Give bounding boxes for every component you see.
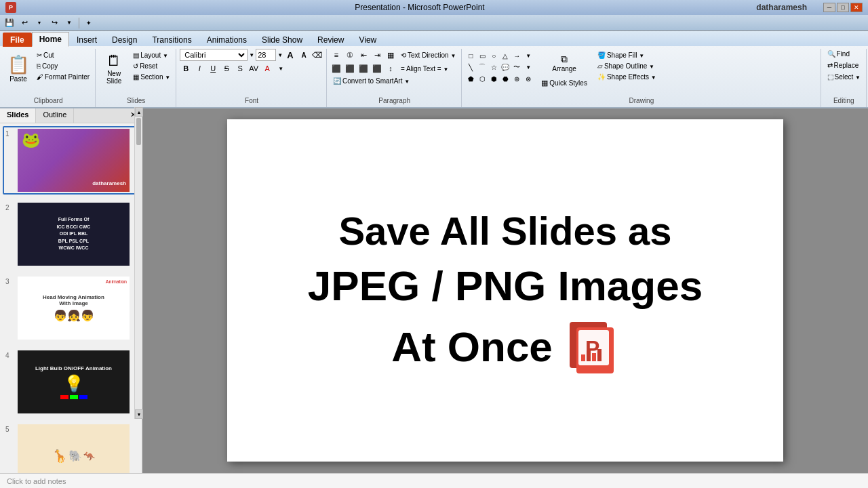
shape-extra3-button[interactable]: ⬡ [477, 73, 488, 84]
tab-insert[interactable]: Insert [69, 33, 104, 47]
text-direction-button[interactable]: ⟲ Text Direction ▼ [398, 50, 458, 60]
section-button[interactable]: ▦ Section ▼ [130, 72, 173, 82]
format-painter-button[interactable]: 🖌 Format Painter [34, 72, 92, 82]
tab-design[interactable]: Design [104, 33, 144, 47]
slide-thumb-2[interactable]: 2 Full Forms OfICC BCCI CWCODI IPL BBLBP… [3, 200, 139, 268]
tab-file[interactable]: File [3, 33, 32, 47]
shape-extra-button[interactable]: ▼ [523, 62, 534, 73]
customize-quick-access[interactable]: ▼ [62, 17, 76, 29]
scroll-up-button[interactable]: ▲ [135, 107, 143, 117]
minimize-button[interactable]: ─ [823, 3, 835, 12]
paste-button[interactable]: 📋 Paste [4, 49, 33, 88]
copy-label: Copy [42, 62, 58, 70]
convert-smartart-button[interactable]: 🔄 Convert to SmartArt ▼ [330, 76, 412, 86]
select-label: Select ▼ [835, 73, 861, 81]
font-color-dropdown[interactable]: ▼ [275, 62, 287, 75]
char-spacing-button[interactable]: AV [248, 62, 260, 75]
shape-oval-button[interactable]: ○ [488, 50, 499, 61]
arrange-button[interactable]: ⧉ Arrange [538, 50, 591, 76]
decrease-indent-button[interactable]: ⇤ [357, 49, 370, 61]
tab-animations[interactable]: Animations [199, 33, 254, 47]
shape-fill-button[interactable]: 🪣 Shape Fill ▼ [595, 50, 659, 60]
shape-outline-button[interactable]: ▱ Shape Outline ▼ [595, 61, 659, 71]
tab-review[interactable]: Review [310, 33, 351, 47]
slide-thumb-4[interactable]: 4 Light Bulb ON/OFF Animation 💡 [3, 348, 139, 416]
font-family-select[interactable]: Calibri [180, 49, 248, 61]
tab-view[interactable]: View [351, 33, 384, 47]
shape-triangle-button[interactable]: △ [500, 50, 511, 61]
undo-dropdown[interactable]: ▼ [33, 17, 46, 29]
tab-home[interactable]: Home [32, 32, 69, 47]
justify-button[interactable]: ⬛ [371, 62, 383, 75]
shape-extra7-button[interactable]: ⊗ [523, 73, 534, 84]
italic-button[interactable]: I [193, 62, 205, 75]
strikethrough-button[interactable]: S [220, 62, 233, 75]
scroll-thumb[interactable] [136, 118, 141, 145]
shape-arc-button[interactable]: ⌒ [477, 62, 488, 73]
replace-icon: ⇄ [827, 62, 833, 69]
shape-rect-button[interactable]: □ [465, 50, 476, 61]
shape-rounded-button[interactable]: ▭ [477, 50, 488, 61]
tab-transitions[interactable]: Transitions [144, 33, 199, 47]
maximize-button[interactable]: □ [837, 3, 849, 12]
close-button[interactable]: ✕ [850, 3, 863, 12]
font-family-dropdown[interactable]: ▼ [249, 52, 254, 58]
new-slide-button[interactable]: 🗒 NewSlide [99, 49, 129, 88]
slide-canvas[interactable]: Save All Slides as JPEG / PNG Images At … [227, 119, 783, 462]
undo-button[interactable]: ↩ [18, 17, 31, 29]
numbering-button[interactable]: ① [344, 49, 356, 61]
find-icon: 🔍 [827, 50, 835, 58]
shape-extra5-button[interactable]: ⬣ [500, 73, 511, 84]
font-size-dropdown[interactable]: ▼ [277, 52, 283, 58]
underline-button[interactable]: U [207, 62, 219, 75]
convert-smartart-icon: 🔄 [333, 77, 341, 85]
align-left-button[interactable]: ⬛ [330, 62, 342, 75]
decrease-font-button[interactable]: A [298, 49, 310, 61]
shape-extra2-button[interactable]: ⬟ [465, 73, 476, 84]
select-button[interactable]: ⬚ Select ▼ [825, 72, 864, 82]
bold-button[interactable]: B [180, 62, 192, 75]
shape-line-button[interactable]: ╲ [465, 62, 476, 73]
increase-indent-button[interactable]: ⇥ [371, 49, 383, 61]
redo-button[interactable]: ↪ [47, 17, 61, 29]
reset-button[interactable]: ↺ Reset [130, 61, 173, 71]
slide-thumb-3[interactable]: 3 Head Moving AnimationWith Image 👦👧👦 An… [3, 274, 139, 342]
slide-list-scrollbar[interactable]: ▲ ▼ [134, 107, 142, 419]
quick-access-more[interactable]: ✦ [82, 17, 96, 29]
scroll-down-button[interactable]: ▼ [135, 409, 143, 419]
quick-access-toolbar: 💾 ↩ ▼ ↪ ▼ ✦ [0, 15, 868, 31]
tab-outline[interactable]: Outline [36, 108, 74, 123]
shape-curve-button[interactable]: 〜 [511, 62, 522, 73]
line-spacing-button[interactable]: ↕ [384, 62, 397, 75]
slide-thumb-5[interactable]: 5 🦒 🐘 🦘 [3, 422, 139, 473]
clear-format-button[interactable]: ⌫ [311, 49, 323, 61]
shape-arrow-button[interactable]: → [511, 50, 522, 61]
shape-effects-button[interactable]: ✨ Shape Effects ▼ [595, 72, 659, 82]
slide-thumb-1[interactable]: 1 🐸 datharamesh [3, 126, 139, 195]
font-size-input[interactable] [256, 49, 276, 61]
bullets-button[interactable]: ≡ [330, 49, 342, 61]
shape-more-button[interactable]: ▼ [523, 50, 534, 61]
align-right-button[interactable]: ⬛ [357, 62, 370, 75]
save-quick-button[interactable]: 💾 [3, 17, 16, 29]
find-button[interactable]: 🔍 Find [825, 49, 852, 59]
layout-button[interactable]: ▤ Layout ▼ [130, 50, 173, 60]
replace-button[interactable]: ⇄ Replace [825, 60, 862, 70]
columns-button[interactable]: ▦ [384, 49, 397, 61]
align-text-button[interactable]: = Align Text = ▼ [398, 64, 451, 74]
cut-button[interactable]: ✂ Cut [34, 50, 92, 60]
tab-slideshow[interactable]: Slide Show [254, 33, 310, 47]
notes-area[interactable]: Click to add notes [0, 473, 868, 488]
quick-styles-button[interactable]: ▦ Quick Styles [538, 77, 591, 89]
shape-callout-button[interactable]: 💬 [500, 62, 511, 73]
copy-button[interactable]: ⎘ Copy [34, 61, 92, 71]
shape-extra4-button[interactable]: ⬢ [488, 73, 499, 84]
shape-star-button[interactable]: ☆ [488, 62, 499, 73]
user-name: datharamesh [756, 3, 807, 12]
tab-slides[interactable]: Slides [0, 108, 36, 123]
font-color-button[interactable]: A [261, 62, 273, 75]
align-center-button[interactable]: ⬛ [344, 62, 356, 75]
increase-font-button[interactable]: A [284, 49, 296, 61]
shadow-button[interactable]: S [234, 62, 246, 75]
shape-extra6-button[interactable]: ⊕ [511, 73, 522, 84]
